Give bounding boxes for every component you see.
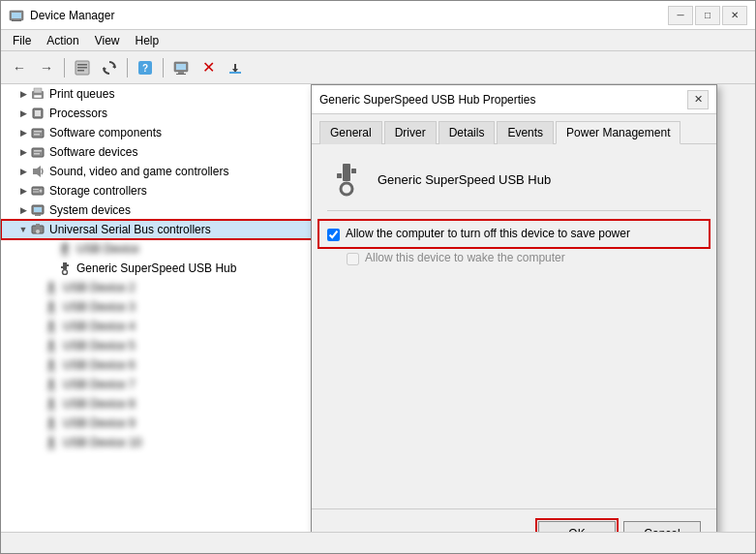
toolbar-sep-2: [127, 58, 128, 77]
tree-item-processors[interactable]: ▶ Processors: [1, 104, 319, 123]
device-header: Generic SuperSpeed USB Hub: [327, 160, 701, 211]
dialog-close-button[interactable]: ✕: [687, 90, 709, 109]
uninstall-button[interactable]: ✕: [196, 55, 221, 80]
power-management-section: Allow the computer to turn off this devi…: [327, 227, 701, 265]
usb-device-label-0: USB Device: [76, 242, 139, 256]
menu-action[interactable]: Action: [39, 32, 86, 49]
label-system-devices: System devices: [49, 203, 131, 217]
menu-view[interactable]: View: [87, 32, 128, 49]
tree-item-software-devices[interactable]: ▶ Software devices: [1, 142, 319, 162]
svg-rect-14: [178, 72, 184, 74]
usb-device-icon-10: [44, 435, 59, 450]
toggle-system-devices[interactable]: ▶: [16, 203, 30, 217]
svg-rect-13: [176, 64, 186, 70]
tree-item-storage-controllers[interactable]: ▶ Storage controllers: [1, 181, 319, 200]
dialog-footer: OK Cancel: [312, 508, 716, 532]
tab-bar: General Driver Details Events Power Mana…: [312, 114, 716, 144]
svg-point-39: [36, 230, 40, 233]
usb-sub-item-10[interactable]: USB Device 10: [1, 433, 319, 452]
tree-item-software-components[interactable]: ▶ Software components: [1, 123, 319, 142]
usb-sub-item-3[interactable]: USB Device 3: [1, 297, 319, 317]
computer-icon-button[interactable]: [168, 55, 194, 80]
svg-rect-52: [49, 321, 53, 327]
app-icon: [9, 8, 24, 23]
toggle-sound-video[interactable]: ▶: [16, 165, 30, 178]
usb-sub-item-0[interactable]: USB Device: [1, 239, 319, 259]
toggle-storage-controllers[interactable]: ▶: [16, 184, 30, 198]
usb-device-label-8: USB Device 8: [63, 397, 136, 411]
forward-button[interactable]: →: [34, 55, 59, 80]
title-bar: Device Manager ─ □ ✕: [1, 1, 755, 30]
tab-events[interactable]: Events: [497, 121, 554, 144]
tab-general[interactable]: General: [319, 121, 382, 144]
label-usb-controllers: Universal Serial Bus controllers: [49, 223, 211, 236]
update-driver-button[interactable]: [223, 55, 248, 80]
tab-driver[interactable]: Driver: [384, 121, 437, 144]
refresh-button[interactable]: [97, 55, 122, 80]
tree-item-system-devices[interactable]: ▶ System devices: [1, 200, 319, 220]
usb-sub-item-5[interactable]: USB Device 5: [1, 336, 319, 355]
device-name-header: Generic SuperSpeed USB Hub: [378, 172, 551, 187]
svg-rect-27: [34, 150, 42, 152]
label-storage-controllers: Storage controllers: [49, 184, 147, 198]
toolbar: ← → ?: [1, 51, 755, 84]
tab-details[interactable]: Details: [438, 121, 496, 144]
tree-item-sound-video[interactable]: ▶ Sound, video and game controllers: [1, 162, 319, 181]
usb-hub-label: Generic SuperSpeed USB Hub: [76, 262, 236, 275]
usb-device-label-7: USB Device 7: [63, 378, 136, 391]
toolbar-sep-3: [163, 58, 164, 77]
usb-sub-item-7[interactable]: USB Device 7: [1, 375, 319, 394]
svg-point-31: [40, 190, 43, 193]
svg-rect-62: [49, 417, 53, 424]
tab-power-management[interactable]: Power Management: [556, 121, 680, 144]
minimize-button[interactable]: ─: [668, 6, 693, 25]
toggle-software-components[interactable]: ▶: [16, 126, 30, 139]
usb-sub-item-hub[interactable]: Generic SuperSpeed USB Hub: [1, 259, 319, 278]
usb-sub-item-9[interactable]: USB Device 9: [1, 414, 319, 433]
print-queues-icon: [30, 86, 45, 102]
properties-button[interactable]: [70, 55, 95, 80]
usb-device-icon-5: [44, 338, 59, 354]
svg-rect-2: [14, 18, 19, 20]
usb-device-label-9: USB Device 9: [63, 416, 136, 430]
svg-rect-3: [12, 20, 21, 21]
toggle-print-queues[interactable]: ▶: [16, 87, 30, 101]
usb-controllers-icon: [30, 222, 45, 237]
device-tree[interactable]: ▶ Print queues ▶: [1, 84, 320, 532]
svg-point-53: [49, 328, 54, 333]
toggle-processors[interactable]: ▶: [16, 107, 30, 120]
svg-point-63: [49, 425, 54, 430]
svg-marker-29: [33, 166, 41, 177]
tree-item-print-queues[interactable]: ▶ Print queues: [1, 84, 319, 104]
svg-point-41: [63, 251, 68, 256]
usb-sub-item-4[interactable]: USB Device 4: [1, 317, 319, 336]
toggle-software-devices[interactable]: ▶: [16, 145, 30, 159]
allow-turn-off-checkbox[interactable]: [327, 229, 340, 241]
svg-rect-22: [35, 110, 41, 116]
label-processors: Processors: [49, 107, 107, 120]
window-controls: ─ □ ✕: [668, 6, 747, 25]
svg-rect-6: [77, 67, 87, 69]
usb-sub-item-2[interactable]: USB Device 2: [1, 278, 319, 297]
toggle-usb-controllers[interactable]: ▼: [16, 223, 30, 236]
svg-rect-5: [77, 64, 87, 66]
svg-rect-7: [77, 70, 84, 72]
menu-help[interactable]: Help: [128, 32, 167, 49]
ok-button[interactable]: OK: [538, 521, 616, 532]
svg-point-45: [63, 270, 68, 275]
help-button[interactable]: ?: [133, 55, 158, 80]
usb-sub-item-8[interactable]: USB Device 8: [1, 394, 319, 414]
usb-sub-toggle-hub: [44, 262, 57, 275]
svg-rect-47: [67, 264, 69, 266]
sound-video-icon: [30, 164, 45, 179]
close-button[interactable]: ✕: [722, 6, 747, 25]
back-button[interactable]: ←: [7, 55, 32, 80]
toolbar-sep-1: [64, 58, 65, 77]
tree-item-usb-controllers[interactable]: ▼ Universal Serial Bus controllers: [1, 220, 319, 239]
allow-turn-off-label[interactable]: Allow the computer to turn off this devi…: [346, 227, 630, 240]
menu-file[interactable]: File: [5, 32, 39, 49]
usb-sub-item-6[interactable]: USB Device 6: [1, 355, 319, 375]
cancel-button[interactable]: Cancel: [623, 521, 701, 532]
maximize-button[interactable]: □: [695, 6, 720, 25]
allow-wake-checkbox[interactable]: [347, 253, 359, 265]
